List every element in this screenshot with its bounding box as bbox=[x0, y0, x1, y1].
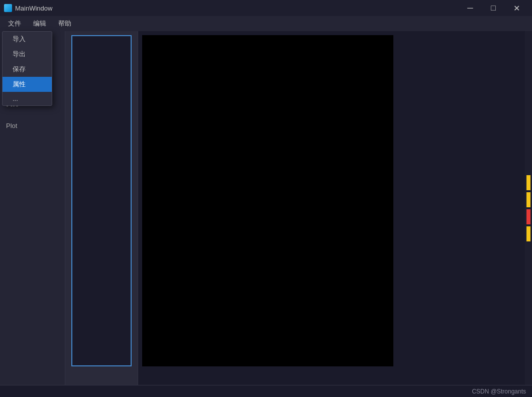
minimize-button[interactable]: ─ bbox=[459, 0, 482, 16]
right-edge-yellow-1 bbox=[526, 175, 530, 190]
file-dropdown-menu: 导入 导出 保存 属性 ... bbox=[2, 31, 52, 106]
window-controls: ─ □ ✕ bbox=[459, 0, 528, 16]
close-button[interactable]: ✕ bbox=[505, 0, 528, 16]
canvas-area bbox=[138, 31, 525, 385]
menu-file[interactable]: 文件 bbox=[2, 17, 27, 30]
title-left: MainWindow bbox=[4, 4, 52, 12]
sidebar-plot[interactable]: Plot bbox=[0, 118, 65, 134]
main-canvas bbox=[142, 35, 393, 366]
maximize-button[interactable]: □ bbox=[482, 0, 505, 16]
sidebar-plot-label: Plot bbox=[6, 122, 17, 129]
menu-edit[interactable]: 编辑 bbox=[27, 17, 52, 30]
menu-more[interactable]: ... bbox=[3, 92, 52, 105]
menu-import[interactable]: 导入 bbox=[3, 32, 52, 47]
right-edge bbox=[525, 31, 532, 385]
title-bar: MainWindow ─ □ ✕ bbox=[0, 0, 532, 16]
app-icon bbox=[4, 4, 12, 12]
menu-help[interactable]: 帮助 bbox=[52, 17, 77, 30]
thumbnail-box bbox=[71, 35, 132, 366]
menu-bar: 文件 编辑 帮助 导入 导出 保存 属性 ... bbox=[0, 16, 532, 31]
right-edge-red-1 bbox=[526, 209, 530, 224]
window-title: MainWindow bbox=[15, 5, 52, 12]
status-bar: CSDN @Strongants bbox=[0, 385, 532, 397]
menu-save[interactable]: 保存 bbox=[3, 62, 52, 77]
menu-export[interactable]: 导出 bbox=[3, 47, 52, 62]
right-edge-yellow-3 bbox=[526, 226, 530, 241]
status-text: CSDN @Strongants bbox=[472, 388, 526, 395]
left-panel bbox=[65, 31, 138, 385]
right-edge-yellow-2 bbox=[526, 192, 530, 207]
menu-props[interactable]: 属性 bbox=[3, 77, 52, 92]
main-content: Rit Plot bbox=[0, 31, 532, 385]
